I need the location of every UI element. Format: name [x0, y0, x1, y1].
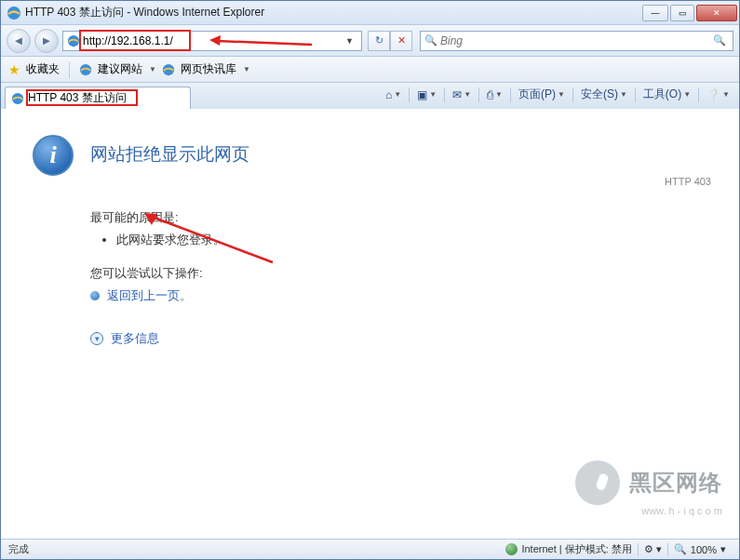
command-bar: ⌂▼ ▣▼ ✉▼ ⎙▼ 页面(P)▼ 安全(S)▼ 工具(O)▼ ❔▼ [382, 85, 733, 104]
ie-icon [11, 92, 24, 105]
titlebar: HTTP 403 禁止访问 - Windows Internet Explore… [1, 1, 739, 25]
status-zone[interactable]: Internet | 保护模式: 禁用 [500, 542, 637, 556]
mail-button[interactable]: ✉▼ [449, 87, 475, 103]
suggested-sites[interactable]: 建议网站 [98, 61, 142, 77]
more-info-link[interactable]: 更多信息 [111, 330, 159, 347]
tab-active[interactable]: HTTP 403 禁止访问 [5, 87, 191, 109]
star-icon[interactable]: ★ [8, 62, 20, 77]
info-icon: i [33, 135, 74, 176]
minimize-button[interactable]: — [642, 5, 668, 21]
dropdown-icon[interactable]: ▼ [243, 65, 250, 73]
search-box[interactable]: 🔍 🔍 [420, 31, 733, 51]
ie-icon [67, 34, 80, 47]
search-input[interactable] [440, 34, 713, 47]
cause-label: 最可能的原因是: [90, 209, 702, 226]
stop-button[interactable]: ✕ [390, 31, 412, 51]
web-slices[interactable]: 网页快讯库 [181, 61, 236, 77]
try-label: 您可以尝试以下操作: [90, 265, 702, 282]
search-icon: 🔍 [424, 34, 437, 47]
page-content: i 网站拒绝显示此网页 HTTP 403 最可能的原因是: 此网站要求您登录。 … [1, 109, 739, 539]
home-button[interactable]: ⌂▼ [382, 87, 405, 103]
globe-icon [505, 543, 518, 555]
watermark: 黑区网络 [575, 460, 722, 505]
navbar: ◄ ► ▼ ↻ ✕ 🔍 🔍 [1, 25, 739, 57]
favorites-label[interactable]: 收藏夹 [26, 61, 60, 77]
maximize-button[interactable]: ▭ [670, 5, 694, 21]
tab-title: HTTP 403 禁止访问 [28, 90, 127, 106]
zoom-icon: 🔍 [674, 543, 687, 555]
cause-item: 此网站要求您登录。 [116, 232, 702, 248]
forward-button[interactable]: ► [34, 29, 59, 53]
close-button[interactable]: ✕ [696, 5, 737, 21]
safety-menu[interactable]: 安全(S)▼ [577, 85, 631, 104]
tab-row: HTTP 403 禁止访问 ⌂▼ ▣▼ ✉▼ ⎙▼ 页面(P)▼ 安全(S)▼ … [1, 83, 739, 109]
address-bar[interactable]: ▼ [62, 31, 362, 51]
search-go-icon[interactable]: 🔍 [713, 34, 726, 47]
url-input[interactable] [83, 34, 342, 47]
dropdown-icon[interactable]: ▼ [149, 65, 156, 73]
ie-icon [79, 63, 92, 76]
window-title: HTTP 403 禁止访问 - Windows Internet Explore… [25, 5, 642, 20]
page-heading: 网站拒绝显示此网页 [90, 142, 249, 167]
addr-dropdown-icon[interactable]: ▼ [342, 36, 357, 46]
favorites-bar: ★ 收藏夹 建议网站 ▼ 网页快讯库 ▼ [1, 57, 739, 83]
refresh-button[interactable]: ↻ [368, 31, 390, 51]
http-code: HTTP 403 [665, 176, 711, 187]
tools-menu[interactable]: 工具(O)▼ [639, 85, 694, 104]
bullet-icon [90, 291, 100, 300]
status-zoom[interactable]: 🔍 100% ▾ [668, 543, 732, 555]
ie-icon [162, 63, 175, 76]
watermark-text: 黑区网络 [629, 468, 722, 498]
rss-button[interactable]: ▣▼ [413, 87, 440, 103]
print-button[interactable]: ⎙▼ [483, 87, 506, 103]
page-menu[interactable]: 页面(P)▼ [515, 85, 569, 104]
watermark-icon [575, 460, 620, 505]
help-button[interactable]: ❔▼ [703, 87, 733, 103]
separator [69, 61, 70, 78]
expand-icon[interactable]: ▾ [90, 332, 103, 345]
back-button[interactable]: ◄ [7, 29, 31, 53]
status-done: 完成 [8, 542, 500, 556]
status-bar: 完成 Internet | 保护模式: 禁用 ⚙ ▾ 🔍 100% ▾ [1, 539, 739, 559]
status-mode[interactable]: ⚙ ▾ [639, 543, 667, 555]
back-link[interactable]: 返回到上一页。 [107, 287, 192, 304]
watermark-sub: www. h - i q c o m [641, 505, 722, 516]
ie-icon [7, 6, 21, 20]
ie-window: HTTP 403 禁止访问 - Windows Internet Explore… [0, 0, 740, 560]
